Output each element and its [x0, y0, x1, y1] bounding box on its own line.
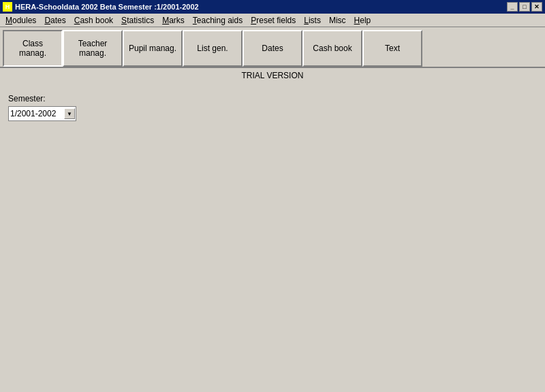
menu-marks[interactable]: Marks — [158, 14, 189, 27]
toolbar-pupil-manag[interactable]: Pupil manag. — [123, 30, 183, 67]
menu-cashbook[interactable]: Cash book — [70, 14, 117, 27]
toolbar-dates[interactable]: Dates — [243, 30, 302, 67]
minimize-button[interactable]: _ — [507, 2, 518, 12]
menu-dates[interactable]: Dates — [40, 14, 69, 27]
close-button[interactable]: ✕ — [531, 2, 542, 12]
menu-modules[interactable]: Modules — [1, 14, 40, 27]
toolbar-list-gen[interactable]: List gen. — [183, 30, 243, 67]
toolbar-teacher-manag[interactable]: Teachermanag. — [63, 30, 123, 67]
menu-lists[interactable]: Lists — [300, 14, 325, 27]
menu-statistics[interactable]: Statistics — [117, 14, 158, 27]
trial-text: TRIAL VERSION — [242, 71, 304, 80]
window-title: HERA-Schooldata 2002 Beta Semester :1/20… — [15, 3, 199, 11]
semester-label: Semester: — [8, 94, 537, 103]
title-bar: H HERA-Schooldata 2002 Beta Semester :1/… — [0, 0, 545, 14]
trial-banner: TRIAL VERSION — [0, 68, 545, 83]
menu-teaching-aids[interactable]: Teaching aids — [189, 14, 247, 27]
menu-preset-fields[interactable]: Preset fields — [247, 14, 300, 27]
semester-selector[interactable]: 1/2001-2002 2/2001-2002 ▼ — [8, 106, 76, 121]
toolbar: Classmanag. Teachermanag. Pupil manag. L… — [0, 27, 545, 68]
toolbar-cash-book[interactable]: Cash book — [302, 30, 362, 67]
semester-select[interactable]: 1/2001-2002 2/2001-2002 — [8, 106, 76, 121]
toolbar-class-manag[interactable]: Classmanag. — [3, 30, 63, 67]
maximize-button[interactable]: □ — [519, 2, 530, 12]
toolbar-text[interactable]: Text — [362, 30, 422, 67]
menu-bar: Modules Dates Cash book Statistics Marks… — [0, 14, 545, 27]
menu-help[interactable]: Help — [350, 14, 375, 27]
main-content: Semester: 1/2001-2002 2/2001-2002 ▼ — [0, 83, 545, 132]
menu-misc[interactable]: Misc — [325, 14, 350, 27]
app-icon: H — [3, 2, 12, 12]
